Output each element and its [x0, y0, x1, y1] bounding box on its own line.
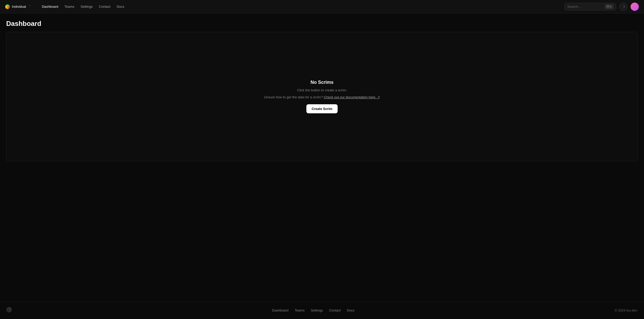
nav-item-teams[interactable]: Teams [62, 3, 77, 10]
brand-name: Individual [12, 5, 26, 9]
brand-logo [5, 4, 10, 9]
footer-link-settings[interactable]: Settings [311, 308, 323, 312]
empty-state-subtitle: Click the button to create a scrim. [297, 88, 347, 92]
search-box[interactable]: Search... ⌘ K [564, 3, 616, 10]
empty-state: No Scrims Click the button to create a s… [264, 80, 380, 113]
search-placeholder: Search... [567, 5, 603, 9]
main-content: Dashboard No Scrims Click the button to … [0, 13, 644, 295]
navbar-right: Search... ⌘ K ☽ [564, 3, 639, 11]
theme-toggle-button[interactable]: ☽ [619, 3, 627, 11]
nav-item-settings[interactable]: Settings [78, 3, 95, 10]
footer: Dashboard Teams Settings Contact Docs © … [0, 301, 644, 319]
footer-link-contact[interactable]: Contact [329, 308, 341, 312]
footer-copyright: © 2024 lux.dev. [615, 308, 638, 312]
nav-links: Dashboard Teams Settings Contact Docs [39, 3, 127, 10]
create-scrim-button[interactable]: Create Scrim [306, 104, 337, 113]
search-shortcut: ⌘ K [605, 4, 613, 9]
nav-item-dashboard[interactable]: Dashboard [39, 3, 61, 10]
brand-chevron-icon: ⌃ [29, 5, 31, 8]
page-title: Dashboard [6, 20, 638, 28]
footer-link-teams[interactable]: Teams [295, 308, 305, 312]
brand[interactable]: Individual ⌃ [5, 4, 31, 9]
empty-state-title: No Scrims [311, 80, 333, 85]
user-avatar[interactable] [631, 3, 639, 11]
empty-docs-prefix: Unsure how to get the data for a scrim? [264, 95, 323, 99]
footer-logo [6, 307, 12, 314]
empty-docs-link[interactable]: Check out our documentation here. ↗ [324, 95, 380, 99]
svg-point-0 [7, 307, 11, 312]
dashboard-panel: No Scrims Click the button to create a s… [6, 32, 638, 161]
search-shortcut-key: K [610, 5, 612, 8]
footer-nav: Dashboard Teams Settings Contact Docs [272, 308, 354, 312]
search-shortcut-cmd: ⌘ [607, 5, 609, 8]
footer-link-docs[interactable]: Docs [347, 308, 355, 312]
navbar: Individual ⌃ Dashboard Teams Settings Co… [0, 0, 644, 13]
nav-item-docs[interactable]: Docs [114, 3, 127, 10]
footer-link-dashboard[interactable]: Dashboard [272, 308, 289, 312]
nav-item-contact[interactable]: Contact [96, 3, 113, 10]
empty-state-docs-line: Unsure how to get the data for a scrim? … [264, 95, 380, 99]
